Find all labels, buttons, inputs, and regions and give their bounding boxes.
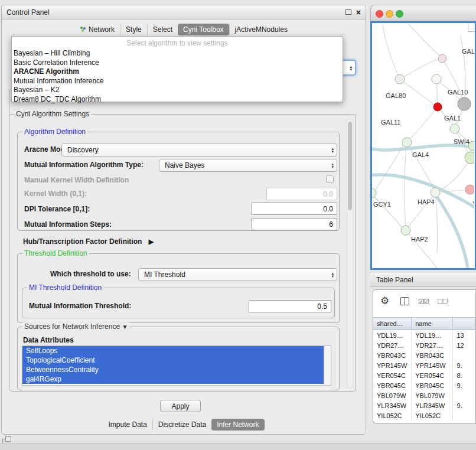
dpi-tolerance-field[interactable]: 0.0	[252, 203, 337, 215]
close-panel-icon[interactable]: ×	[356, 9, 361, 15]
table-toolbar: ⚙ ☑☑ ☐☐	[373, 290, 475, 316]
bottom-tab-impute-data[interactable]: Impute Data	[103, 419, 152, 431]
select-all-checkboxes-icon[interactable]: ☑☑	[418, 298, 429, 305]
table-row[interactable]: YBL079WYBL079W	[373, 391, 475, 401]
tab-label: Network	[89, 25, 115, 34]
table-cell: 8.	[453, 371, 475, 381]
algorithm-definition-title: Algorithm Definition	[22, 128, 87, 136]
network-node[interactable]	[438, 54, 446, 63]
dpi-tolerance-value: 0.0	[323, 205, 333, 213]
table-row[interactable]: YPR145WYPR145W9.	[373, 361, 475, 371]
tab-label: Cyni Toolbox	[183, 25, 223, 34]
algorithm-option-list: Bayesian – Hill ClimbingBasic Correlatio…	[12, 49, 343, 104]
table-row[interactable]: YLR345WYLR345W9.	[373, 401, 475, 411]
mi-steps-value: 6	[329, 220, 333, 229]
tab-cyni-toolbox[interactable]: Cyni Toolbox	[178, 24, 229, 35]
list-scrollbar[interactable]	[324, 346, 331, 385]
gear-icon[interactable]: ⚙	[380, 295, 389, 307]
kernel-width-label: Kernel Width (0,1):	[24, 190, 87, 198]
bottom-tab-discretize-data[interactable]: Discretize Data	[152, 419, 211, 431]
settings-scrollbar-thumb[interactable]	[348, 122, 352, 210]
which-threshold-combobox[interactable]: MI Threshold ▴▾	[138, 268, 337, 281]
table-row[interactable]: YIL052CYIL052C	[373, 411, 475, 421]
attribute-list-item[interactable]: TopologicalCoefficient	[22, 356, 324, 365]
table-cell: 9.	[453, 381, 475, 391]
mi-threshold-label: Mutual Information Threshold:	[29, 302, 131, 310]
network-node-label: GAL80	[386, 92, 406, 99]
kernel-width-field[interactable]: 0.0	[266, 188, 337, 200]
table-row[interactable]: YER054CYER054C8.	[373, 371, 475, 381]
table-row[interactable]: YDL19…YDL19…13	[373, 331, 475, 341]
tab-style[interactable]: Style	[120, 24, 147, 35]
attribute-list-item[interactable]: SelfLoops	[22, 346, 324, 356]
mi-threshold-field[interactable]: 0.5	[249, 300, 331, 312]
network-graph[interactable]: GALGAL80GAL10GAL11GAL1SWI4GAL4GCY1HAP4HA…	[372, 23, 474, 268]
network-node-label: SWI4	[454, 138, 470, 145]
tab-label: Select	[153, 25, 172, 34]
close-button[interactable]	[376, 10, 383, 18]
manual-kernel-width-label: Manual Kernel Width Definition	[24, 176, 129, 184]
table-row[interactable]: YBR043CYBR043C	[373, 351, 475, 361]
algorithm-option[interactable]: Mutual Information Inference	[12, 77, 343, 86]
data-attributes-list[interactable]: SelfLoopsTopologicalCoefficientBetweenne…	[22, 345, 331, 386]
table-cell	[453, 411, 475, 421]
settings-scrollbar[interactable]	[347, 119, 353, 388]
network-view-window: GALGAL80GAL10GAL11GAL1SWI4GAL4GCY1HAP4HA…	[370, 5, 476, 270]
mi-algorithm-type-value: Naive Bayes	[165, 161, 204, 169]
algorithm-option[interactable]: ARACNE Algorithm	[12, 67, 343, 77]
attribute-list-item[interactable]: BetweennessCentrality	[22, 365, 324, 374]
attribute-list-item[interactable]: gal4RGexp	[22, 374, 324, 384]
apply-button[interactable]: Apply	[160, 400, 201, 412]
network-node[interactable]	[395, 74, 405, 84]
minimize-button[interactable]	[386, 10, 393, 18]
table-cell: YBR043C	[373, 351, 412, 361]
column-header[interactable]: shared…	[373, 318, 412, 330]
column-header[interactable]	[453, 318, 475, 330]
algorithm-option[interactable]: Bayesian – Hill Climbing	[12, 49, 343, 58]
table-cell: YER054C	[412, 371, 453, 381]
table-body: YDL19…YDL19…13YDR27…YDR27…12YBR043CYBR04…	[373, 331, 475, 423]
float-window-icon[interactable]	[345, 9, 351, 15]
column-header[interactable]: name	[412, 318, 453, 330]
bottom-tab-infer-network[interactable]: Infer Network	[211, 419, 264, 431]
network-node[interactable]	[450, 124, 459, 133]
canvas-corner-box[interactable]	[468, 23, 475, 32]
network-node[interactable]	[433, 103, 442, 111]
hub-section-toggle[interactable]: Hub/Transcription Factor Definition ▶	[23, 237, 154, 246]
columns-icon[interactable]	[400, 297, 409, 305]
network-node[interactable]	[401, 226, 410, 235]
tab-label: jActiveMNodules	[235, 25, 288, 34]
network-node[interactable]	[465, 185, 474, 194]
algorithm-option[interactable]: Bayesian – K2	[12, 86, 343, 95]
control-panel-titlebar: Control Panel ×	[2, 5, 366, 19]
network-canvas[interactable]: GALGAL80GAL10GAL11GAL1SWI4GAL4GCY1HAP4HA…	[370, 21, 476, 270]
manual-kernel-width-checkbox[interactable]	[326, 175, 334, 183]
hidden-group-border-fragment	[9, 89, 9, 116]
tab-label: Style	[126, 25, 142, 34]
network-node[interactable]	[432, 74, 441, 84]
aracne-mode-combobox[interactable]: Discovery ▴▾	[61, 144, 337, 156]
tab-select[interactable]: Select	[147, 24, 178, 35]
tab-jactivemnodules[interactable]: jActiveMNodules	[229, 24, 293, 35]
table-header-row: shared…name	[373, 317, 475, 330]
network-node[interactable]	[402, 138, 412, 147]
mi-threshold-value: 0.5	[317, 302, 327, 311]
algorithm-option[interactable]: Basic Correlation Inference	[12, 58, 343, 68]
table-row[interactable]: YDR27…YDR27…12	[373, 341, 475, 351]
mi-steps-field[interactable]: 6	[252, 218, 337, 230]
kernel-width-value: 0.0	[323, 190, 333, 198]
algorithm-option[interactable]: Dream8 DC_TDC Algorithm	[12, 95, 343, 105]
mi-algorithm-type-combobox[interactable]: Naive Bayes ▴▾	[159, 159, 337, 172]
tab-network[interactable]: Network	[74, 24, 120, 35]
deselect-all-checkboxes-icon[interactable]: ☐☐	[437, 298, 448, 305]
list-horizontal-scrollbar[interactable]	[22, 387, 331, 391]
network-node[interactable]	[465, 152, 474, 164]
network-node[interactable]	[431, 188, 440, 197]
network-window-titlebar[interactable]	[370, 5, 476, 21]
network-node[interactable]	[458, 97, 471, 110]
algorithm-dropdown-popup: Select algorithm to view settings Bayesi…	[11, 36, 343, 102]
table-row[interactable]: YBR045CYBR045C9.	[373, 381, 475, 391]
sources-group-toggle[interactable]: Sources for Network Inference ▼	[22, 322, 129, 331]
table-cell	[453, 351, 475, 361]
zoom-button[interactable]	[396, 10, 403, 18]
